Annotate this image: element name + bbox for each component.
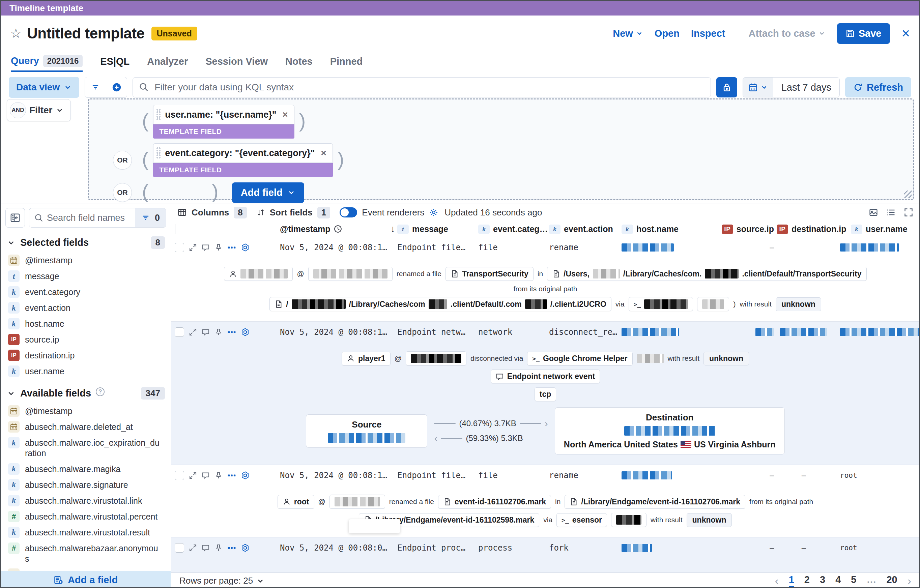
field-item[interactable]: #abusech.malwarebazaar.anonymous bbox=[1, 540, 171, 567]
add-a-field-button[interactable]: Add a field bbox=[1, 571, 171, 588]
add-filter-button[interactable] bbox=[106, 77, 127, 97]
fullscreen-icon[interactable] bbox=[904, 208, 913, 217]
expand-event-icon[interactable] bbox=[189, 243, 197, 251]
renderer-settings-gear-icon[interactable] bbox=[429, 208, 439, 217]
view-options-icon[interactable] bbox=[886, 208, 896, 217]
column-header-timestamp[interactable]: @timestamp ↓ bbox=[256, 224, 397, 234]
event-row[interactable]: Nov 5, 2024 @ 00:08:1… Endpoint file… fi… bbox=[171, 465, 919, 537]
page-button[interactable]: 2 bbox=[804, 574, 810, 587]
page-button[interactable]: 20 bbox=[886, 574, 897, 587]
field-item[interactable]: abusech.malware.deleted_at bbox=[1, 419, 171, 434]
field-filter-button[interactable]: 0 bbox=[135, 208, 166, 227]
row-checkbox[interactable] bbox=[175, 471, 184, 480]
event-row[interactable]: Nov 5, 2024 @ 00:08:1… Endpoint netw… ne… bbox=[171, 321, 919, 465]
open-button[interactable]: Open bbox=[654, 28, 680, 39]
sort-fields-button[interactable]: Sort fields bbox=[270, 207, 313, 218]
previous-page-button[interactable]: ‹ bbox=[775, 574, 778, 587]
field-item[interactable]: kabusech.malware.ioc_expiration_duration bbox=[1, 434, 171, 461]
filter-options-button[interactable] bbox=[85, 77, 106, 97]
columns-button[interactable]: Columns bbox=[191, 207, 229, 218]
remove-clause-icon[interactable]: × bbox=[283, 109, 288, 120]
close-icon[interactable]: × bbox=[901, 26, 910, 40]
filter-clause[interactable]: event.category: "{event.category}"× TEMP… bbox=[153, 143, 333, 177]
pin-event-icon[interactable] bbox=[214, 471, 223, 479]
rows-per-page-button[interactable]: Rows per page: 25 bbox=[180, 575, 264, 586]
available-fields-header[interactable]: Available fields ? 347 bbox=[1, 382, 171, 403]
row-checkbox[interactable] bbox=[175, 243, 184, 252]
analyze-event-icon[interactable] bbox=[241, 471, 249, 480]
renderer-chip[interactable]: TransportSecurity bbox=[445, 267, 533, 281]
column-header-category[interactable]: kevent.categ… bbox=[478, 224, 549, 234]
and-filter-button[interactable]: AND Filter bbox=[7, 99, 71, 121]
attach-to-case-button[interactable]: Attach to case bbox=[749, 28, 826, 39]
field-item[interactable]: kabusech.malware.signature bbox=[1, 477, 171, 492]
field-item[interactable]: @timestamp bbox=[1, 252, 171, 268]
renderer-chip[interactable] bbox=[329, 495, 385, 509]
pin-event-icon[interactable] bbox=[214, 544, 223, 552]
field-item[interactable]: kuser.name bbox=[1, 363, 171, 379]
add-note-icon[interactable] bbox=[202, 328, 210, 336]
expand-event-icon[interactable] bbox=[189, 544, 197, 552]
renderer-chip[interactable]: tcp bbox=[535, 387, 556, 401]
column-header-destination-ip[interactable]: IPdestination.ip bbox=[777, 224, 831, 234]
renderer-chip[interactable]: root bbox=[277, 495, 314, 509]
add-note-icon[interactable] bbox=[202, 471, 210, 479]
refresh-button[interactable]: Refresh bbox=[845, 77, 911, 97]
tab-query[interactable]: Query2021016 bbox=[11, 51, 83, 72]
event-row[interactable]: Nov 5, 2024 @ 00:08:0… Endpoint proc… pr… bbox=[171, 537, 919, 573]
renderer-chip[interactable]: /Users,/Library/Caches/com..client/Defau… bbox=[547, 267, 867, 281]
tab-analyzer[interactable]: Analyzer bbox=[147, 51, 188, 72]
expand-event-icon[interactable] bbox=[189, 471, 197, 479]
add-note-icon[interactable] bbox=[202, 544, 210, 552]
field-item[interactable]: kabusech.malware.virustotal.link bbox=[1, 492, 171, 509]
favorite-star-icon[interactable]: ☆ bbox=[10, 26, 21, 41]
page-button[interactable]: 1 bbox=[789, 574, 794, 587]
save-button[interactable]: Save bbox=[837, 23, 890, 44]
kql-search-input[interactable] bbox=[133, 77, 711, 97]
collapse-sidebar-button[interactable] bbox=[5, 208, 25, 228]
renderer-chip[interactable] bbox=[406, 352, 466, 366]
row-checkbox[interactable] bbox=[175, 327, 184, 337]
analyze-event-icon[interactable] bbox=[241, 328, 249, 337]
renderer-chip[interactable]: /Library/Endgame/event-id-161102706.mark bbox=[565, 495, 745, 509]
column-header-source-ip[interactable]: IPsource.ip bbox=[713, 224, 777, 234]
renderer-chip[interactable] bbox=[611, 513, 646, 527]
renderer-chip[interactable] bbox=[308, 267, 392, 281]
renderer-chip[interactable]: Endpoint network event bbox=[491, 369, 600, 383]
tab-pinned[interactable]: Pinned bbox=[330, 51, 363, 72]
data-view-button[interactable]: Data view bbox=[9, 77, 79, 98]
field-item[interactable]: kevent.category bbox=[1, 284, 171, 300]
select-all-checkbox[interactable] bbox=[175, 224, 175, 234]
page-button[interactable]: 4 bbox=[835, 574, 841, 587]
more-actions-icon[interactable] bbox=[227, 243, 236, 252]
more-actions-icon[interactable] bbox=[227, 471, 236, 480]
renderer-chip[interactable] bbox=[224, 267, 293, 281]
field-item[interactable]: IPdestination.ip bbox=[1, 347, 171, 363]
pin-event-icon[interactable] bbox=[214, 243, 223, 251]
next-page-button[interactable]: › bbox=[907, 574, 911, 587]
analyze-event-icon[interactable] bbox=[241, 243, 249, 252]
field-item[interactable]: kevent.action bbox=[1, 300, 171, 316]
tab-notes[interactable]: Notes bbox=[285, 51, 313, 72]
field-search-input[interactable] bbox=[29, 208, 135, 227]
filter-clause[interactable]: user.name: "{user.name}"× TEMPLATE FIELD bbox=[153, 105, 295, 139]
renderer-chip[interactable]: player1 bbox=[342, 352, 390, 366]
field-item[interactable]: khost.name bbox=[1, 316, 171, 331]
inspect-button[interactable]: Inspect bbox=[691, 28, 726, 39]
new-button[interactable]: New bbox=[613, 28, 643, 39]
event-row[interactable]: Nov 5, 2024 @ 00:08:1… Endpoint file… fi… bbox=[171, 237, 919, 321]
renderer-chip[interactable]: >_ bbox=[628, 297, 693, 311]
column-header-user[interactable]: kuser.name bbox=[831, 224, 919, 234]
tab-esql[interactable]: ES|QL bbox=[100, 51, 130, 72]
screenshot-icon[interactable] bbox=[869, 208, 878, 217]
selected-fields-header[interactable]: Selected fields 8 bbox=[1, 232, 171, 252]
renderer-chip[interactable]: >_Google Chrome Helper bbox=[527, 352, 632, 366]
field-item[interactable]: kabusech.malware.magika bbox=[1, 461, 171, 477]
calendar-button[interactable] bbox=[743, 78, 773, 97]
add-field-button[interactable]: Add field bbox=[232, 182, 304, 203]
column-header-action[interactable]: kevent.action bbox=[549, 224, 622, 234]
field-item[interactable]: kabusech.malware.virustotal.result bbox=[1, 524, 171, 540]
field-item[interactable]: @timestamp bbox=[1, 403, 171, 419]
page-button[interactable]: 3 bbox=[820, 574, 825, 587]
event-renderers-toggle[interactable] bbox=[340, 207, 357, 217]
